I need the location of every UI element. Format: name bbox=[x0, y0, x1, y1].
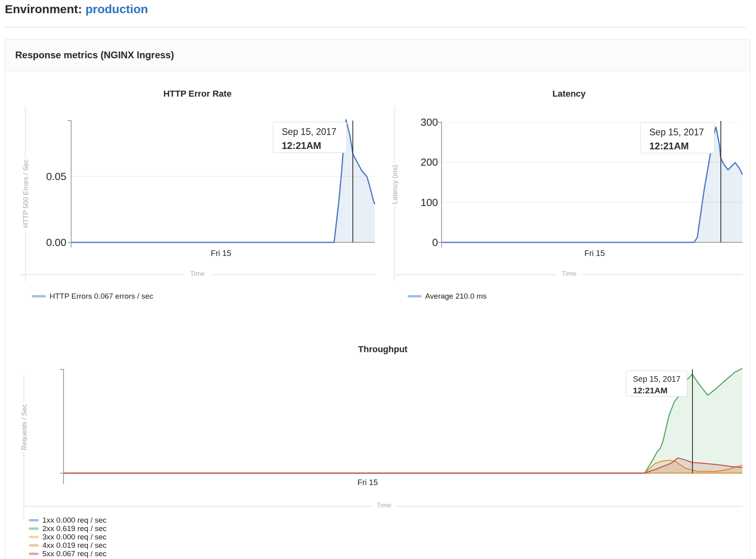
tooltip-date: Sep 15, 2017 bbox=[282, 127, 346, 137]
legend-row-3xx: 3xx 0.000 req / sec bbox=[29, 533, 107, 541]
x-axis-label-time-chart2: Time bbox=[525, 270, 613, 278]
legend-label-3xx: 3xx 0.000 req / sec bbox=[42, 533, 107, 541]
legend-label-2xx: 2xx 0.619 req / sec bbox=[42, 524, 107, 533]
dashboard-page: Environment: production Response metrics… bbox=[0, 0, 756, 559]
y-tick-100: 100 bbox=[404, 197, 438, 208]
y-tick-200: 200 bbox=[404, 157, 438, 167]
legend-label-average: Average 210.0 ms bbox=[425, 292, 487, 301]
tooltip-date: Sep 15, 2017 bbox=[633, 375, 687, 384]
panel-title: Response metrics (NGINX Ingress) bbox=[5, 40, 750, 71]
tooltip-time: 12:21AM bbox=[649, 141, 714, 152]
tooltip-chart1: Sep 15, 2017 12:21AM bbox=[273, 122, 347, 153]
legend-row-1xx: 1xx 0.000 req / sec bbox=[29, 516, 107, 524]
y-axis-label-http-500-errors: HTTP 500 Errors / Sec bbox=[19, 157, 33, 230]
legend-swatch-2xx bbox=[29, 527, 39, 530]
header-divider bbox=[5, 27, 746, 28]
y-axis-label-latency-ms: Latency (ms) bbox=[388, 163, 402, 206]
environment-label: Environment: bbox=[5, 2, 82, 16]
x-tick-fri-15-chart2: Fri 15 bbox=[567, 249, 623, 257]
legend-swatch-3xx bbox=[29, 536, 39, 538]
y-tick-0-00: 0.00 bbox=[32, 237, 66, 248]
environment-header: Environment: production bbox=[5, 2, 148, 16]
legend-swatch-4xx bbox=[29, 544, 39, 547]
legend-swatch-1xx bbox=[29, 519, 39, 521]
x-tick-fri-15-chart3: Fri 15 bbox=[340, 478, 396, 486]
x-tick-fri-15-chart1: Fri 15 bbox=[193, 249, 249, 257]
legend-swatch-5xx bbox=[29, 553, 39, 555]
tooltip-time: 12:21AM bbox=[633, 386, 687, 395]
x-axis-label-time-chart3: Time bbox=[340, 501, 428, 510]
legend-swatch-http-errors bbox=[32, 295, 46, 297]
chart-title-latency: Latency bbox=[396, 89, 742, 99]
legend-chart1: HTTP Errors 0.067 errors / sec bbox=[32, 291, 153, 301]
tooltip-chart2: Sep 15, 2017 12:21AM bbox=[641, 122, 714, 153]
environment-name-link[interactable]: production bbox=[86, 2, 148, 16]
legend-label-1xx: 1xx 0.000 req / sec bbox=[42, 516, 107, 524]
x-axis-label-time-chart1: Time bbox=[153, 270, 241, 278]
legend-label-http-errors: HTTP Errors 0.067 errors / sec bbox=[50, 292, 153, 301]
legend-row-4xx: 4xx 0.019 req / sec bbox=[29, 541, 107, 549]
legend-swatch-average bbox=[408, 295, 422, 297]
tooltip-date: Sep 15, 2017 bbox=[649, 127, 714, 138]
tooltip-time: 12:21AM bbox=[282, 140, 346, 151]
y-tick-300: 300 bbox=[404, 117, 438, 127]
legend-label-5xx: 5xx 0.067 req / sec bbox=[42, 549, 107, 558]
y-tick-0: 0 bbox=[404, 237, 438, 248]
chart-title-throughput: Throughput bbox=[23, 344, 742, 355]
legend-label-4xx: 4xx 0.019 req / sec bbox=[42, 541, 107, 549]
legend-row-2xx: 2xx 0.619 req / sec bbox=[29, 524, 107, 533]
legend-chart2: Average 210.0 ms bbox=[408, 291, 487, 301]
y-axis-label-requests-sec: Requests / Sec bbox=[17, 402, 31, 452]
legend-chart3: 1xx 0.000 req / sec 2xx 0.619 req / sec … bbox=[29, 516, 107, 558]
y-tick-0-05: 0.05 bbox=[32, 171, 66, 182]
legend-row-5xx: 5xx 0.067 req / sec bbox=[29, 549, 107, 558]
tooltip-chart3: Sep 15, 2017 12:21AM bbox=[626, 371, 687, 396]
chart-title-http-error-rate: HTTP Error Rate bbox=[20, 89, 375, 99]
